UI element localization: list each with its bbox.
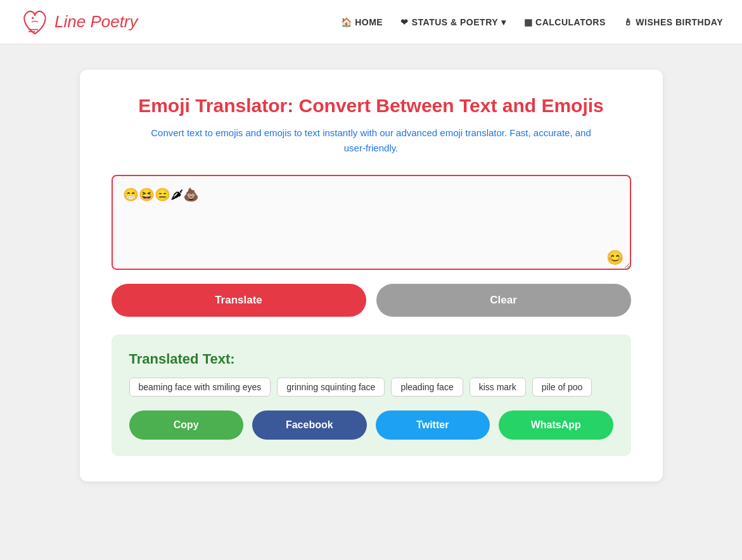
nav-link-home[interactable]: 🏠 HOME — [341, 17, 383, 27]
nav-item-calculators[interactable]: ▦ CALCULATORS — [524, 17, 606, 27]
tag-beaming: beaming face with smiling eyes — [129, 378, 271, 397]
nav-link-calculators[interactable]: ▦ CALCULATORS — [524, 17, 606, 27]
calculator-icon: ▦ — [524, 17, 533, 27]
nav-links: 🏠 HOME ❤ STATUS & POETRY ▾ ▦ CALCULATORS… — [341, 17, 723, 27]
page-description: Convert text to emojis and emojis to tex… — [150, 125, 593, 156]
share-buttons: Copy Facebook Twitter WhatsApp — [129, 410, 613, 440]
candle-icon: 🕯 — [624, 17, 633, 27]
buttons-row: Translate Clear — [112, 284, 631, 317]
tag-poo: pile of poo — [532, 378, 592, 397]
facebook-button[interactable]: Facebook — [252, 410, 367, 440]
twitter-button[interactable]: Twitter — [376, 410, 490, 440]
page-title: Emoji Translator: Convert Between Text a… — [112, 95, 631, 117]
nav-link-status[interactable]: ❤ STATUS & POETRY ▾ — [400, 17, 506, 27]
copy-button[interactable]: Copy — [129, 410, 244, 440]
result-box: Translated Text: beaming face with smili… — [112, 334, 631, 456]
emoji-input[interactable]: 😁😆😑🌶💩 — [112, 175, 631, 270]
nav-link-wishes[interactable]: 🕯 WISHES BIRTHDAY — [624, 17, 723, 27]
result-title: Translated Text: — [129, 351, 613, 367]
tag-kiss: kiss mark — [470, 378, 526, 397]
nav-item-status[interactable]: ❤ STATUS & POETRY ▾ — [400, 17, 506, 27]
logo-icon — [19, 6, 51, 38]
svg-point-2 — [32, 16, 34, 18]
card: Emoji Translator: Convert Between Text a… — [80, 70, 663, 481]
logo-text: Line Poetry — [54, 12, 138, 32]
tags-area: beaming face with smiling eyes grinning … — [129, 378, 613, 397]
emoji-picker-icon[interactable]: 😊 — [606, 250, 624, 266]
desc-link: advanced emoji translator — [396, 127, 504, 138]
translate-button[interactable]: Translate — [112, 284, 366, 317]
heart-icon: ❤ — [400, 17, 409, 27]
chevron-down-icon: ▾ — [501, 17, 506, 27]
whatsapp-button[interactable]: WhatsApp — [499, 410, 613, 440]
textarea-wrapper: 😁😆😑🌶💩 😊 — [112, 175, 631, 272]
tag-grinning: grinning squinting face — [277, 378, 385, 397]
main-content: Emoji Translator: Convert Between Text a… — [67, 70, 675, 481]
tag-pleading: pleading face — [391, 378, 463, 397]
navbar: Line Poetry 🏠 HOME ❤ STATUS & POETRY ▾ ▦… — [0, 0, 742, 44]
clear-button[interactable]: Clear — [376, 284, 631, 317]
logo[interactable]: Line Poetry — [19, 6, 138, 38]
nav-item-wishes[interactable]: 🕯 WISHES BIRTHDAY — [624, 17, 723, 27]
desc-start: Convert text to emojis and emojis to tex… — [151, 127, 396, 138]
home-icon: 🏠 — [341, 17, 352, 27]
nav-item-home[interactable]: 🏠 HOME — [341, 17, 383, 27]
